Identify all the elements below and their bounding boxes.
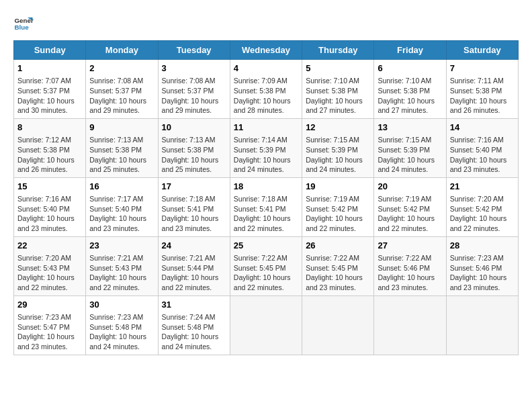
calendar-cell: 15 Sunrise: 7:16 AMSunset: 5:40 PMDaylig… [14, 177, 86, 236]
day-number: 31 [162, 299, 226, 311]
day-info: Sunrise: 7:13 AMSunset: 5:38 PMDaylight:… [162, 136, 219, 173]
calendar-cell: 9 Sunrise: 7:13 AMSunset: 5:38 PMDayligh… [86, 118, 158, 177]
weekday-header: Tuesday [158, 41, 230, 60]
calendar-cell: 8 Sunrise: 7:12 AMSunset: 5:38 PMDayligh… [14, 118, 86, 177]
calendar-cell: 14 Sunrise: 7:16 AMSunset: 5:40 PMDaylig… [446, 118, 518, 177]
logo-icon: General Blue [13, 13, 34, 34]
day-number: 1 [17, 62, 82, 75]
day-number: 28 [450, 240, 515, 252]
day-info: Sunrise: 7:10 AMSunset: 5:38 PMDaylight:… [378, 77, 435, 114]
day-number: 6 [378, 62, 442, 75]
day-number: 3 [162, 62, 226, 75]
day-number: 16 [89, 181, 154, 193]
weekday-header: Saturday [446, 41, 518, 60]
calendar-cell: 23 Sunrise: 7:21 AMSunset: 5:43 PMDaylig… [86, 236, 158, 295]
day-number: 9 [89, 122, 154, 134]
day-number: 2 [89, 62, 154, 75]
day-number: 18 [234, 181, 298, 193]
day-number: 8 [17, 122, 82, 134]
logo: General Blue [13, 13, 34, 34]
day-info: Sunrise: 7:20 AMSunset: 5:43 PMDaylight:… [17, 254, 75, 291]
day-number: 5 [306, 62, 370, 75]
weekday-header: Sunday [14, 41, 86, 60]
day-info: Sunrise: 7:19 AMSunset: 5:42 PMDaylight:… [378, 195, 435, 232]
calendar-cell: 18 Sunrise: 7:18 AMSunset: 5:41 PMDaylig… [230, 177, 302, 236]
day-info: Sunrise: 7:09 AMSunset: 5:38 PMDaylight:… [234, 77, 291, 114]
calendar-cell: 26 Sunrise: 7:22 AMSunset: 5:45 PMDaylig… [302, 236, 374, 295]
day-number: 22 [17, 240, 82, 252]
calendar-cell: 30 Sunrise: 7:23 AMSunset: 5:48 PMDaylig… [86, 295, 158, 355]
calendar-cell: 31 Sunrise: 7:24 AMSunset: 5:48 PMDaylig… [158, 295, 230, 355]
day-info: Sunrise: 7:22 AMSunset: 5:45 PMDaylight:… [234, 254, 291, 291]
day-info: Sunrise: 7:19 AMSunset: 5:42 PMDaylight:… [306, 195, 363, 232]
calendar-cell: 29 Sunrise: 7:23 AMSunset: 5:47 PMDaylig… [14, 295, 86, 355]
calendar-cell: 28 Sunrise: 7:23 AMSunset: 5:46 PMDaylig… [446, 236, 518, 295]
calendar-cell [374, 295, 446, 355]
day-info: Sunrise: 7:15 AMSunset: 5:39 PMDaylight:… [306, 136, 363, 173]
svg-text:Blue: Blue [15, 24, 30, 31]
calendar-cell: 2 Sunrise: 7:08 AMSunset: 5:37 PMDayligh… [86, 60, 158, 119]
calendar-cell: 11 Sunrise: 7:14 AMSunset: 5:39 PMDaylig… [230, 118, 302, 177]
calendar-cell: 5 Sunrise: 7:10 AMSunset: 5:38 PMDayligh… [302, 60, 374, 119]
day-number: 23 [89, 240, 154, 252]
day-number: 24 [162, 240, 226, 252]
day-number: 12 [306, 122, 370, 134]
day-info: Sunrise: 7:21 AMSunset: 5:44 PMDaylight:… [162, 254, 219, 291]
day-info: Sunrise: 7:22 AMSunset: 5:46 PMDaylight:… [378, 254, 435, 291]
calendar-cell [230, 295, 302, 355]
calendar-cell [302, 295, 374, 355]
day-info: Sunrise: 7:17 AMSunset: 5:40 PMDaylight:… [89, 195, 146, 232]
day-number: 30 [89, 299, 154, 311]
day-info: Sunrise: 7:23 AMSunset: 5:47 PMDaylight:… [17, 313, 75, 351]
weekday-header: Friday [374, 41, 446, 60]
day-info: Sunrise: 7:20 AMSunset: 5:42 PMDaylight:… [450, 195, 507, 232]
day-info: Sunrise: 7:18 AMSunset: 5:41 PMDaylight:… [162, 195, 219, 232]
day-number: 26 [306, 240, 370, 252]
day-info: Sunrise: 7:10 AMSunset: 5:38 PMDaylight:… [306, 77, 363, 114]
calendar-cell: 20 Sunrise: 7:19 AMSunset: 5:42 PMDaylig… [374, 177, 446, 236]
calendar-cell: 27 Sunrise: 7:22 AMSunset: 5:46 PMDaylig… [374, 236, 446, 295]
day-info: Sunrise: 7:23 AMSunset: 5:46 PMDaylight:… [450, 254, 507, 291]
day-info: Sunrise: 7:12 AMSunset: 5:38 PMDaylight:… [17, 136, 75, 173]
weekday-header: Monday [86, 41, 158, 60]
day-info: Sunrise: 7:18 AMSunset: 5:41 PMDaylight:… [234, 195, 291, 232]
calendar-cell: 21 Sunrise: 7:20 AMSunset: 5:42 PMDaylig… [446, 177, 518, 236]
calendar-cell: 12 Sunrise: 7:15 AMSunset: 5:39 PMDaylig… [302, 118, 374, 177]
day-info: Sunrise: 7:07 AMSunset: 5:37 PMDaylight:… [17, 77, 75, 114]
calendar-cell: 16 Sunrise: 7:17 AMSunset: 5:40 PMDaylig… [86, 177, 158, 236]
day-number: 10 [162, 122, 226, 134]
day-info: Sunrise: 7:13 AMSunset: 5:38 PMDaylight:… [89, 136, 146, 173]
day-number: 25 [234, 240, 298, 252]
day-number: 17 [162, 181, 226, 193]
calendar-cell [446, 295, 518, 355]
day-info: Sunrise: 7:08 AMSunset: 5:37 PMDaylight:… [89, 77, 146, 114]
day-number: 14 [450, 122, 515, 134]
calendar-cell: 7 Sunrise: 7:11 AMSunset: 5:38 PMDayligh… [446, 60, 518, 119]
calendar-cell: 13 Sunrise: 7:15 AMSunset: 5:39 PMDaylig… [374, 118, 446, 177]
day-number: 19 [306, 181, 370, 193]
calendar-table: SundayMondayTuesdayWednesdayThursdayFrid… [13, 40, 519, 355]
calendar-cell: 6 Sunrise: 7:10 AMSunset: 5:38 PMDayligh… [374, 60, 446, 119]
day-info: Sunrise: 7:21 AMSunset: 5:43 PMDaylight:… [89, 254, 146, 291]
day-number: 7 [450, 62, 515, 75]
day-number: 27 [378, 240, 442, 252]
calendar-cell: 1 Sunrise: 7:07 AMSunset: 5:37 PMDayligh… [14, 60, 86, 119]
day-number: 15 [17, 181, 82, 193]
day-number: 20 [378, 181, 442, 193]
day-info: Sunrise: 7:16 AMSunset: 5:40 PMDaylight:… [450, 136, 507, 173]
calendar-cell: 3 Sunrise: 7:08 AMSunset: 5:37 PMDayligh… [158, 60, 230, 119]
day-info: Sunrise: 7:16 AMSunset: 5:40 PMDaylight:… [17, 195, 75, 232]
calendar-cell: 4 Sunrise: 7:09 AMSunset: 5:38 PMDayligh… [230, 60, 302, 119]
day-number: 11 [234, 122, 298, 134]
day-info: Sunrise: 7:15 AMSunset: 5:39 PMDaylight:… [378, 136, 435, 173]
calendar-header: SundayMondayTuesdayWednesdayThursdayFrid… [14, 41, 519, 60]
page-header: General Blue [13, 13, 519, 34]
calendar-cell: 17 Sunrise: 7:18 AMSunset: 5:41 PMDaylig… [158, 177, 230, 236]
day-info: Sunrise: 7:14 AMSunset: 5:39 PMDaylight:… [234, 136, 291, 173]
weekday-header: Wednesday [230, 41, 302, 60]
day-number: 13 [378, 122, 442, 134]
calendar-cell: 24 Sunrise: 7:21 AMSunset: 5:44 PMDaylig… [158, 236, 230, 295]
day-info: Sunrise: 7:23 AMSunset: 5:48 PMDaylight:… [89, 313, 146, 351]
day-info: Sunrise: 7:22 AMSunset: 5:45 PMDaylight:… [306, 254, 363, 291]
calendar-cell: 22 Sunrise: 7:20 AMSunset: 5:43 PMDaylig… [14, 236, 86, 295]
